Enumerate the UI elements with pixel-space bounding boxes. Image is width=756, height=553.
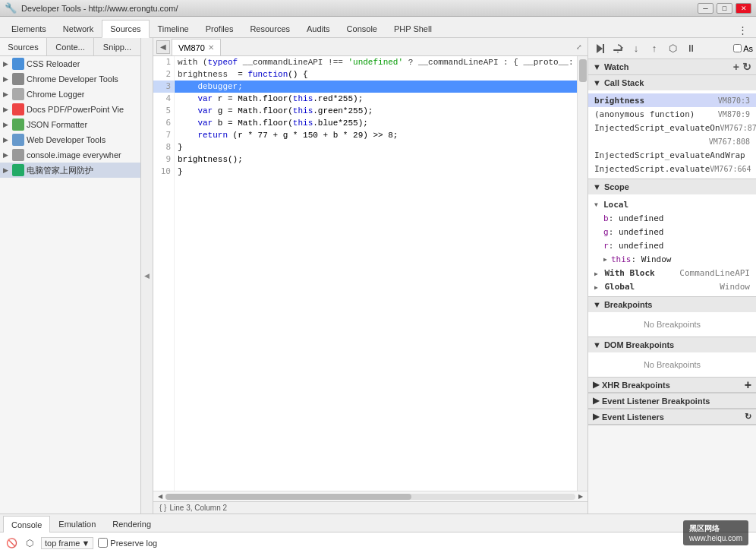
svg-rect-1 [603, 44, 604, 53]
code-container: 1 2 3 4 5 6 7 8 9 10 with (typeof __comm… [153, 56, 587, 491]
sidebar-tab-sources[interactable]: Sources [0, 38, 47, 55]
sidebar-item-chrome-logger[interactable]: ▶ Chrome Logger [0, 87, 140, 102]
callstack-item-brightness[interactable]: brightness VM870:3 [588, 93, 756, 107]
sidebar-item-chrome-dev-tools[interactable]: ▶ Chrome Developer Tools [0, 71, 140, 87]
code-content[interactable]: with (typeof __commandLineAPI !== 'undef… [175, 56, 577, 491]
more-options-button[interactable]: ⋮ [735, 22, 750, 37]
watermark: 黑区网络 www.heiqu.com [683, 520, 748, 545]
tab-sources[interactable]: Sources [102, 20, 149, 38]
expand-arrow: ▶ [3, 121, 12, 128]
event-listeners-header[interactable]: ▶ Event Listeners ↻ [588, 409, 756, 425]
console-clear-button[interactable]: 🚫 [5, 536, 18, 550]
debug-step-over-button[interactable] [610, 40, 626, 57]
scope-local-header[interactable]: ▼ Local [588, 198, 756, 211]
scope-var-r[interactable]: r : undefined [588, 239, 756, 252]
sidebar-item-web-dev-tools[interactable]: ▶ Web Developer Tools [0, 132, 140, 147]
debug-deactivate-button[interactable]: ⬡ [664, 40, 681, 57]
tab-profiles[interactable]: Profiles [197, 19, 242, 37]
extension-icon [12, 134, 24, 146]
debug-step-out-button[interactable]: ↑ [646, 40, 663, 57]
callstack-item-injected-eval-wrap[interactable]: InjectedScript_evaluateAndWrap [588, 148, 756, 162]
breakpoints-section-header[interactable]: ▼ Breakpoints [588, 297, 756, 312]
sidebar-item-json-formatter[interactable]: ▶ JSON Formatter [0, 117, 140, 132]
code-line-9: brightness(); [175, 153, 577, 166]
callstack-section-header[interactable]: ▼ Call Stack [588, 75, 756, 90]
scrollbar-thumb[interactable] [165, 494, 411, 500]
sidebar-item-css-reloader[interactable]: ▶ CSS Reloader [0, 56, 140, 71]
extension-icon [12, 164, 24, 176]
watch-refresh-button[interactable]: ↻ [742, 61, 751, 73]
callstack-item-loc-808[interactable]: VM767:808 [588, 134, 756, 148]
maximize-button[interactable]: □ [717, 3, 732, 14]
vertical-scrollbar[interactable] [577, 56, 587, 491]
preserve-log-checkbox[interactable] [98, 538, 108, 548]
sidebar-item-docs-pdf[interactable]: ▶ Docs PDF/PowerPoint Vie [0, 102, 140, 117]
item-label: console.image everywher [27, 150, 121, 160]
scope-var-this[interactable]: ▶ this : Window [588, 252, 756, 266]
debug-toolbar: ↓ ↑ ⬡ ⏸ As [588, 38, 756, 59]
editor-maximize-button[interactable]: ⤢ [572, 40, 586, 54]
global-expand-arrow: ▶ [594, 284, 598, 291]
tab-resources[interactable]: Resources [241, 19, 298, 37]
tab-nav-back[interactable]: ◀ [156, 40, 170, 54]
dom-breakpoints-section-header[interactable]: ▼ DOM Breakpoints [588, 337, 756, 352]
item-label: Docs PDF/PowerPoint Vie [27, 105, 124, 114]
code-line-3: debugger; [175, 81, 577, 93]
braces-icon[interactable]: { } [159, 504, 166, 512]
frame-selector[interactable]: top frame ▼ [41, 537, 93, 549]
tab-timeline[interactable]: Timeline [150, 19, 197, 37]
svg-marker-4 [617, 52, 619, 53]
sidebar-tabs: Sources Conte... Snipp... [0, 38, 140, 56]
svg-marker-0 [597, 44, 603, 53]
scope-with-block[interactable]: ▶ With Block CommandLineAPI [588, 266, 756, 280]
debug-pause-exceptions-button[interactable]: ⏸ [682, 40, 699, 57]
sidebar-item-pc-manager[interactable]: ▶ 电脑管家上网防护 [0, 163, 140, 178]
bottom-tab-console[interactable]: Console [3, 516, 50, 532]
callstack-item-injected-evaluate[interactable]: InjectedScript.evaluate VM767:664 [588, 162, 756, 175]
scrollbar-thumb-v[interactable] [579, 59, 587, 82]
tab-console[interactable]: Console [339, 19, 386, 37]
watch-add-button[interactable]: + [733, 61, 739, 73]
scope-global[interactable]: ▶ Global Window [588, 280, 756, 293]
sidebar-item-console-image[interactable]: ▶ console.image everywher [0, 147, 140, 163]
event-listener-breakpoints-header[interactable]: ▶ Event Listener Breakpoints [588, 393, 756, 409]
prop-name-this: this [611, 254, 632, 264]
file-tree-toggle[interactable]: ◀ [141, 38, 153, 514]
event-listeners-refresh-button[interactable]: ↻ [745, 412, 751, 422]
tab-php-shell[interactable]: PHP Shell [386, 19, 440, 37]
watch-expand-arrow: ▼ [593, 62, 601, 71]
tab-elements[interactable]: Elements [3, 19, 55, 37]
bottom-tab-rendering[interactable]: Rendering [104, 515, 159, 532]
scope-var-b[interactable]: b : undefined [588, 211, 756, 225]
callstack-item-anon[interactable]: (anonymous function) VM870:9 [588, 107, 756, 121]
minimize-button[interactable]: ─ [698, 3, 713, 14]
scrollbar-track[interactable] [165, 494, 575, 500]
event-listeners-expand-arrow: ▶ [593, 412, 599, 422]
sidebar-tab-content[interactable]: Conte... [47, 38, 94, 55]
tab-audits[interactable]: Audits [298, 19, 339, 37]
bottom-tab-emulation[interactable]: Emulation [50, 515, 104, 532]
scroll-left-button[interactable]: ◀ [155, 491, 165, 502]
watch-section-header[interactable]: ▼ Watch + ↻ [588, 59, 756, 74]
scope-section-header[interactable]: ▼ Scope [588, 179, 756, 194]
tab-network[interactable]: Network [55, 19, 102, 37]
debug-resume-button[interactable] [591, 40, 608, 57]
xhr-add-button[interactable]: + [745, 378, 751, 392]
close-button[interactable]: ✕ [736, 3, 751, 14]
editor-tab-vm870[interactable]: VM870 ✕ [172, 39, 221, 55]
item-label: 电脑管家上网防护 [27, 165, 93, 176]
sidebar-tab-snippets[interactable]: Snipp... [94, 38, 140, 55]
debug-step-into-button[interactable]: ↓ [628, 40, 644, 57]
callstack-item-injected-eval-on[interactable]: InjectedScript_evaluateOn VM767:875 [588, 121, 756, 134]
line-num-4: 4 [153, 93, 174, 105]
expand-arrow: ▶ [3, 75, 12, 83]
xhr-breakpoints-header[interactable]: ▶ XHR Breakpoints + [588, 378, 756, 393]
code-line-7: return (r * 77 + g * 150 + b * 29) >> 8; [175, 129, 577, 141]
as-checkbox[interactable] [733, 44, 742, 52]
tab-close-button[interactable]: ✕ [208, 43, 214, 52]
console-filter-button[interactable]: ⬡ [23, 536, 36, 550]
dom-breakpoints-expand-arrow: ▼ [593, 340, 601, 349]
scroll-right-button[interactable]: ▶ [575, 491, 586, 502]
local-expand-arrow: ▼ [594, 201, 602, 208]
scope-var-g[interactable]: g : undefined [588, 225, 756, 239]
